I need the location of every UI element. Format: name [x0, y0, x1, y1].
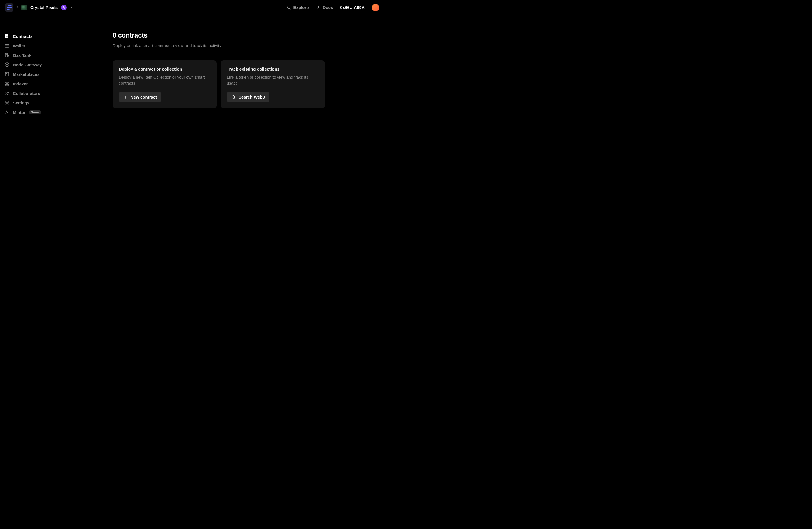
grid-icon	[4, 81, 10, 86]
sidebar-item-label: Gas Tank	[13, 53, 31, 58]
svg-rect-7	[5, 54, 8, 57]
svg-rect-10	[5, 84, 6, 85]
svg-point-14	[8, 92, 9, 93]
app-logo[interactable]	[5, 3, 13, 12]
sidebar-item-label: Node Gateway	[13, 62, 42, 67]
topbar-right: Explore Docs 0x66…A09A	[287, 4, 379, 11]
button-label: Search Web3	[238, 94, 265, 99]
search-icon	[231, 95, 236, 99]
search-web3-button[interactable]: Search Web3	[227, 92, 270, 102]
card-description: Deploy a new Item Collection or your own…	[119, 74, 211, 86]
sidebar-item-label: Minter	[13, 110, 26, 115]
main: 0 contracts Deploy or link a smart contr…	[52, 15, 384, 250]
divider	[113, 54, 325, 54]
page-title: 0 contracts	[113, 31, 325, 39]
card-description: Link a token or collection to view and t…	[227, 74, 319, 86]
docs-link[interactable]: Docs	[316, 5, 333, 10]
sidebar-item-node-gateway[interactable]: Node Gateway	[0, 60, 52, 70]
sidebar-item-settings[interactable]: Settings	[0, 98, 52, 107]
layout: Contracts Wallet Gas Tank Node Gateway	[0, 15, 384, 250]
svg-rect-9	[8, 82, 9, 83]
plus-icon	[123, 95, 128, 99]
sidebar: Contracts Wallet Gas Tank Node Gateway	[0, 15, 52, 250]
new-contract-button[interactable]: New contract	[119, 92, 161, 102]
store-icon	[4, 72, 10, 77]
sidebar-item-contracts[interactable]: Contracts	[0, 31, 52, 41]
sidebar-item-indexer[interactable]: Indexer	[0, 79, 52, 88]
cards-row: Deploy a contract or collection Deploy a…	[113, 60, 325, 108]
card-title: Track existing collections	[227, 67, 319, 72]
project-name[interactable]: Crystal Pixels	[30, 5, 58, 10]
explore-link[interactable]: Explore	[287, 5, 309, 10]
page-subtitle: Deploy or link a smart contract to view …	[113, 43, 325, 48]
explore-label: Explore	[293, 5, 309, 10]
arrow-up-right-icon	[316, 5, 321, 10]
fuel-icon	[4, 53, 10, 58]
sidebar-item-label: Settings	[13, 101, 29, 105]
card-track: Track existing collections Link a token …	[221, 60, 325, 108]
topbar-left: / Crystal Pixels	[5, 3, 287, 12]
sidebar-item-label: Collaborators	[13, 91, 40, 96]
main-inner: 0 contracts Deploy or link a smart contr…	[113, 31, 325, 108]
card-title: Deploy a contract or collection	[119, 67, 211, 72]
search-icon	[287, 5, 291, 10]
gear-icon	[4, 100, 10, 105]
chain-badge-icon[interactable]	[61, 5, 67, 10]
sidebar-item-label: Wallet	[13, 43, 25, 48]
svg-point-16	[5, 114, 6, 114]
topbar: / Crystal Pixels Explore Docs 0x66…A09A	[0, 0, 384, 15]
minter-icon	[4, 110, 10, 115]
svg-rect-8	[5, 82, 6, 83]
sidebar-item-minter[interactable]: Minter Soon	[0, 107, 52, 117]
sidebar-badge-soon: Soon	[29, 110, 41, 114]
svg-point-1	[64, 8, 65, 9]
sidebar-item-marketplaces[interactable]: Marketplaces	[0, 70, 52, 79]
svg-rect-11	[8, 84, 9, 85]
wallet-icon	[4, 43, 10, 48]
card-deploy: Deploy a contract or collection Deploy a…	[113, 60, 217, 108]
avatar[interactable]	[372, 4, 379, 11]
document-icon	[4, 33, 10, 39]
svg-point-2	[287, 6, 290, 9]
project-icon[interactable]	[21, 5, 27, 10]
wallet-address[interactable]: 0x66…A09A	[340, 5, 365, 10]
docs-label: Docs	[323, 5, 333, 10]
svg-point-0	[63, 6, 64, 8]
svg-point-15	[6, 102, 8, 104]
button-label: New contract	[130, 94, 157, 99]
breadcrumb-separator: /	[17, 5, 18, 10]
svg-rect-12	[6, 83, 8, 84]
svg-point-17	[232, 95, 235, 98]
svg-rect-4	[6, 36, 8, 37]
sidebar-item-gas-tank[interactable]: Gas Tank	[0, 50, 52, 60]
sidebar-item-label: Contracts	[13, 34, 32, 39]
cube-icon	[4, 62, 10, 67]
sidebar-item-label: Marketplaces	[13, 72, 40, 77]
sidebar-item-wallet[interactable]: Wallet	[0, 41, 52, 50]
svg-point-13	[6, 92, 7, 93]
sidebar-item-label: Indexer	[13, 82, 28, 86]
svg-rect-3	[6, 36, 7, 36]
svg-point-6	[8, 46, 9, 46]
project-switcher-chevron-icon[interactable]	[70, 5, 74, 10]
users-icon	[4, 91, 10, 96]
sidebar-item-collaborators[interactable]: Collaborators	[0, 88, 52, 98]
svg-rect-5	[5, 44, 9, 48]
